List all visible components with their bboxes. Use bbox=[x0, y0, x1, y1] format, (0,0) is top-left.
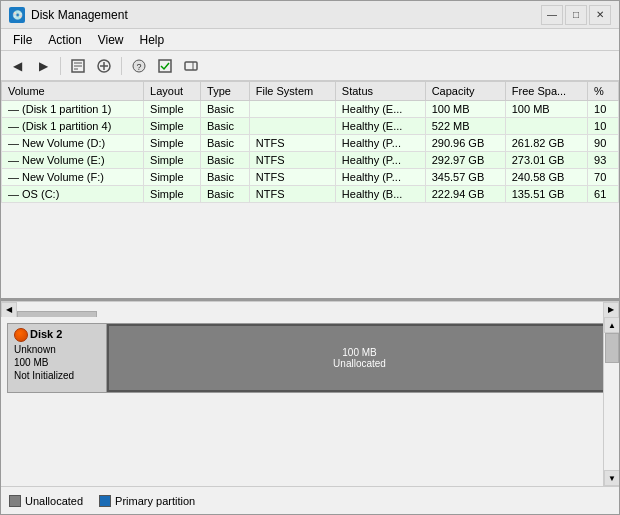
check-button[interactable] bbox=[153, 55, 177, 77]
cell-capacity: 290.96 GB bbox=[425, 135, 505, 152]
cell-fs: NTFS bbox=[249, 186, 335, 203]
table-row[interactable]: — New Volume (D:)SimpleBasicNTFSHealthy … bbox=[2, 135, 619, 152]
cell-fs: NTFS bbox=[249, 169, 335, 186]
window-title: Disk Management bbox=[31, 8, 128, 22]
cell-pct: 90 bbox=[588, 135, 619, 152]
cell-pct: 10 bbox=[588, 118, 619, 135]
cell-free: 261.82 GB bbox=[505, 135, 587, 152]
maximize-button[interactable]: □ bbox=[565, 5, 587, 25]
svg-rect-10 bbox=[185, 62, 197, 70]
cell-volume: — New Volume (F:) bbox=[2, 169, 144, 186]
forward-button[interactable]: ▶ bbox=[31, 55, 55, 77]
h-scroll-left[interactable]: ◀ bbox=[1, 302, 17, 318]
svg-text:?: ? bbox=[136, 62, 141, 72]
table-row[interactable]: — (Disk 1 partition 1)SimpleBasicHealthy… bbox=[2, 101, 619, 118]
cell-status: Healthy (P... bbox=[335, 152, 425, 169]
cell-volume: — OS (C:) bbox=[2, 186, 144, 203]
cell-layout: Simple bbox=[144, 186, 201, 203]
disk-icon bbox=[14, 328, 28, 342]
v-scroll-up[interactable]: ▲ bbox=[604, 317, 619, 333]
cell-type: Basic bbox=[201, 118, 250, 135]
menu-view[interactable]: View bbox=[90, 31, 132, 49]
h-scrollbar-top: ◀ ▶ bbox=[1, 301, 619, 317]
cell-free: 135.51 GB bbox=[505, 186, 587, 203]
cell-layout: Simple bbox=[144, 135, 201, 152]
unallocated-label: 100 MB bbox=[342, 347, 376, 358]
content-area: Volume Layout Type File System Status Ca… bbox=[1, 81, 619, 486]
close-button[interactable]: ✕ bbox=[589, 5, 611, 25]
disk-2-status: Not Initialized bbox=[14, 370, 100, 381]
legend-bar: Unallocated Primary partition bbox=[1, 486, 619, 514]
cell-type: Basic bbox=[201, 152, 250, 169]
table-row[interactable]: — New Volume (F:)SimpleBasicNTFSHealthy … bbox=[2, 169, 619, 186]
cell-capacity: 345.57 GB bbox=[425, 169, 505, 186]
toolbar: ◀ ▶ ? bbox=[1, 51, 619, 81]
disk-2-name: Disk 2 bbox=[14, 328, 100, 342]
cell-capacity: 292.97 GB bbox=[425, 152, 505, 169]
cell-fs bbox=[249, 118, 335, 135]
toolbar-sep-2 bbox=[121, 57, 122, 75]
cell-pct: 61 bbox=[588, 186, 619, 203]
cell-free: 100 MB bbox=[505, 101, 587, 118]
properties-button[interactable] bbox=[66, 55, 90, 77]
disk-2-unallocated[interactable]: 100 MB Unallocated bbox=[107, 324, 612, 392]
cell-layout: Simple bbox=[144, 152, 201, 169]
disk-2-row: Disk 2 Unknown 100 MB Not Initialized 10… bbox=[7, 323, 613, 393]
legend-primary-label: Primary partition bbox=[115, 495, 195, 507]
menu-bar: File Action View Help bbox=[1, 29, 619, 51]
menu-help[interactable]: Help bbox=[132, 31, 173, 49]
disk-area: Disk 2 Unknown 100 MB Not Initialized 10… bbox=[1, 317, 619, 486]
menu-file[interactable]: File bbox=[5, 31, 40, 49]
cell-type: Basic bbox=[201, 186, 250, 203]
cell-status: Healthy (P... bbox=[335, 135, 425, 152]
cell-pct: 70 bbox=[588, 169, 619, 186]
cell-type: Basic bbox=[201, 169, 250, 186]
menu-action[interactable]: Action bbox=[40, 31, 89, 49]
cell-volume: — New Volume (E:) bbox=[2, 152, 144, 169]
disk-button[interactable] bbox=[179, 55, 203, 77]
col-header-status[interactable]: Status bbox=[335, 82, 425, 101]
cell-capacity: 100 MB bbox=[425, 101, 505, 118]
cell-layout: Simple bbox=[144, 101, 201, 118]
minimize-button[interactable]: — bbox=[541, 5, 563, 25]
disk-2-type: Unknown bbox=[14, 344, 100, 355]
app-icon: 💿 bbox=[9, 7, 25, 23]
cell-capacity: 522 MB bbox=[425, 118, 505, 135]
cell-status: Healthy (B... bbox=[335, 186, 425, 203]
v-scroll-down[interactable]: ▼ bbox=[604, 470, 619, 486]
col-header-layout[interactable]: Layout bbox=[144, 82, 201, 101]
title-controls: — □ ✕ bbox=[541, 5, 611, 25]
table-row[interactable]: — OS (C:)SimpleBasicNTFSHealthy (B...222… bbox=[2, 186, 619, 203]
cell-volume: — New Volume (D:) bbox=[2, 135, 144, 152]
col-header-pct[interactable]: % bbox=[588, 82, 619, 101]
cell-layout: Simple bbox=[144, 169, 201, 186]
h-scroll-right[interactable]: ▶ bbox=[603, 302, 619, 318]
cell-type: Basic bbox=[201, 135, 250, 152]
svg-rect-9 bbox=[159, 60, 171, 72]
volume-table: Volume Layout Type File System Status Ca… bbox=[1, 81, 619, 203]
back-button[interactable]: ◀ bbox=[5, 55, 29, 77]
table-row[interactable]: — (Disk 1 partition 4)SimpleBasicHealthy… bbox=[2, 118, 619, 135]
col-header-volume[interactable]: Volume bbox=[2, 82, 144, 101]
v-scroll-track[interactable] bbox=[604, 333, 619, 470]
cell-status: Healthy (E... bbox=[335, 101, 425, 118]
unallocated-sublabel: Unallocated bbox=[333, 358, 386, 369]
cell-volume: — (Disk 1 partition 1) bbox=[2, 101, 144, 118]
table-row[interactable]: — New Volume (E:)SimpleBasicNTFSHealthy … bbox=[2, 152, 619, 169]
col-header-filesystem[interactable]: File System bbox=[249, 82, 335, 101]
cell-fs: NTFS bbox=[249, 135, 335, 152]
help-button[interactable]: ? bbox=[127, 55, 151, 77]
disk-2-size: 100 MB bbox=[14, 357, 100, 368]
col-header-type[interactable]: Type bbox=[201, 82, 250, 101]
legend-unallocated: Unallocated bbox=[9, 495, 83, 507]
new-volume-button[interactable] bbox=[92, 55, 116, 77]
cell-status: Healthy (P... bbox=[335, 169, 425, 186]
col-header-freespace[interactable]: Free Spa... bbox=[505, 82, 587, 101]
col-header-capacity[interactable]: Capacity bbox=[425, 82, 505, 101]
cell-free: 273.01 GB bbox=[505, 152, 587, 169]
title-bar-left: 💿 Disk Management bbox=[9, 7, 128, 23]
v-scroll-thumb[interactable] bbox=[605, 333, 619, 363]
cell-pct: 10 bbox=[588, 101, 619, 118]
disk-2-label: Disk 2 Unknown 100 MB Not Initialized bbox=[7, 323, 107, 393]
cell-status: Healthy (E... bbox=[335, 118, 425, 135]
